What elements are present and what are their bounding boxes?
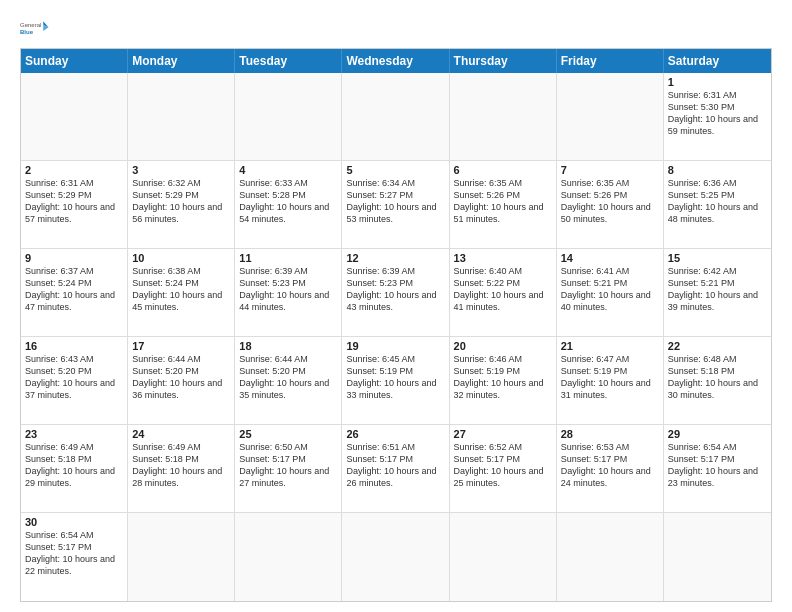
- header-cell-monday: Monday: [128, 49, 235, 73]
- header-cell-wednesday: Wednesday: [342, 49, 449, 73]
- day-info: Sunrise: 6:52 AMSunset: 5:17 PMDaylight:…: [454, 441, 552, 490]
- day-cell-20: 20Sunrise: 6:46 AMSunset: 5:19 PMDayligh…: [450, 337, 557, 424]
- empty-cell: [128, 513, 235, 601]
- empty-cell: [342, 513, 449, 601]
- day-cell-28: 28Sunrise: 6:53 AMSunset: 5:17 PMDayligh…: [557, 425, 664, 512]
- empty-cell: [557, 73, 664, 160]
- day-cell-23: 23Sunrise: 6:49 AMSunset: 5:18 PMDayligh…: [21, 425, 128, 512]
- day-number: 21: [561, 340, 659, 352]
- day-number: 10: [132, 252, 230, 264]
- day-cell-3: 3Sunrise: 6:32 AMSunset: 5:29 PMDaylight…: [128, 161, 235, 248]
- day-number: 1: [668, 76, 767, 88]
- header-cell-thursday: Thursday: [450, 49, 557, 73]
- day-number: 2: [25, 164, 123, 176]
- day-cell-26: 26Sunrise: 6:51 AMSunset: 5:17 PMDayligh…: [342, 425, 449, 512]
- day-cell-11: 11Sunrise: 6:39 AMSunset: 5:23 PMDayligh…: [235, 249, 342, 336]
- day-number: 14: [561, 252, 659, 264]
- day-number: 15: [668, 252, 767, 264]
- day-info: Sunrise: 6:37 AMSunset: 5:24 PMDaylight:…: [25, 265, 123, 314]
- day-number: 13: [454, 252, 552, 264]
- day-info: Sunrise: 6:42 AMSunset: 5:21 PMDaylight:…: [668, 265, 767, 314]
- calendar-page: GeneralBlue SundayMondayTuesdayWednesday…: [0, 0, 792, 612]
- empty-cell: [235, 73, 342, 160]
- day-cell-24: 24Sunrise: 6:49 AMSunset: 5:18 PMDayligh…: [128, 425, 235, 512]
- day-number: 9: [25, 252, 123, 264]
- header-cell-friday: Friday: [557, 49, 664, 73]
- day-cell-9: 9Sunrise: 6:37 AMSunset: 5:24 PMDaylight…: [21, 249, 128, 336]
- day-cell-15: 15Sunrise: 6:42 AMSunset: 5:21 PMDayligh…: [664, 249, 771, 336]
- day-info: Sunrise: 6:51 AMSunset: 5:17 PMDaylight:…: [346, 441, 444, 490]
- empty-cell: [235, 513, 342, 601]
- day-number: 29: [668, 428, 767, 440]
- day-cell-16: 16Sunrise: 6:43 AMSunset: 5:20 PMDayligh…: [21, 337, 128, 424]
- day-info: Sunrise: 6:54 AMSunset: 5:17 PMDaylight:…: [25, 529, 123, 578]
- week-row-1: 2Sunrise: 6:31 AMSunset: 5:29 PMDaylight…: [21, 161, 771, 249]
- day-cell-22: 22Sunrise: 6:48 AMSunset: 5:18 PMDayligh…: [664, 337, 771, 424]
- day-info: Sunrise: 6:44 AMSunset: 5:20 PMDaylight:…: [132, 353, 230, 402]
- day-cell-17: 17Sunrise: 6:44 AMSunset: 5:20 PMDayligh…: [128, 337, 235, 424]
- empty-cell: [664, 513, 771, 601]
- logo: GeneralBlue: [20, 16, 50, 40]
- day-info: Sunrise: 6:38 AMSunset: 5:24 PMDaylight:…: [132, 265, 230, 314]
- day-number: 7: [561, 164, 659, 176]
- day-info: Sunrise: 6:50 AMSunset: 5:17 PMDaylight:…: [239, 441, 337, 490]
- day-cell-21: 21Sunrise: 6:47 AMSunset: 5:19 PMDayligh…: [557, 337, 664, 424]
- week-row-5: 30Sunrise: 6:54 AMSunset: 5:17 PMDayligh…: [21, 513, 771, 601]
- day-number: 8: [668, 164, 767, 176]
- day-number: 6: [454, 164, 552, 176]
- day-info: Sunrise: 6:31 AMSunset: 5:29 PMDaylight:…: [25, 177, 123, 226]
- calendar: SundayMondayTuesdayWednesdayThursdayFrid…: [20, 48, 772, 602]
- day-info: Sunrise: 6:39 AMSunset: 5:23 PMDaylight:…: [346, 265, 444, 314]
- day-cell-8: 8Sunrise: 6:36 AMSunset: 5:25 PMDaylight…: [664, 161, 771, 248]
- header-cell-sunday: Sunday: [21, 49, 128, 73]
- day-number: 3: [132, 164, 230, 176]
- day-info: Sunrise: 6:53 AMSunset: 5:17 PMDaylight:…: [561, 441, 659, 490]
- empty-cell: [21, 73, 128, 160]
- empty-cell: [128, 73, 235, 160]
- day-number: 11: [239, 252, 337, 264]
- day-cell-14: 14Sunrise: 6:41 AMSunset: 5:21 PMDayligh…: [557, 249, 664, 336]
- week-row-2: 9Sunrise: 6:37 AMSunset: 5:24 PMDaylight…: [21, 249, 771, 337]
- day-info: Sunrise: 6:39 AMSunset: 5:23 PMDaylight:…: [239, 265, 337, 314]
- day-cell-4: 4Sunrise: 6:33 AMSunset: 5:28 PMDaylight…: [235, 161, 342, 248]
- week-row-3: 16Sunrise: 6:43 AMSunset: 5:20 PMDayligh…: [21, 337, 771, 425]
- logo-icon: GeneralBlue: [20, 16, 50, 40]
- day-number: 12: [346, 252, 444, 264]
- header: GeneralBlue: [20, 16, 772, 40]
- day-number: 20: [454, 340, 552, 352]
- day-info: Sunrise: 6:44 AMSunset: 5:20 PMDaylight:…: [239, 353, 337, 402]
- day-number: 24: [132, 428, 230, 440]
- day-number: 5: [346, 164, 444, 176]
- day-cell-19: 19Sunrise: 6:45 AMSunset: 5:19 PMDayligh…: [342, 337, 449, 424]
- day-cell-2: 2Sunrise: 6:31 AMSunset: 5:29 PMDaylight…: [21, 161, 128, 248]
- day-cell-5: 5Sunrise: 6:34 AMSunset: 5:27 PMDaylight…: [342, 161, 449, 248]
- day-info: Sunrise: 6:49 AMSunset: 5:18 PMDaylight:…: [25, 441, 123, 490]
- header-cell-saturday: Saturday: [664, 49, 771, 73]
- day-cell-10: 10Sunrise: 6:38 AMSunset: 5:24 PMDayligh…: [128, 249, 235, 336]
- day-cell-7: 7Sunrise: 6:35 AMSunset: 5:26 PMDaylight…: [557, 161, 664, 248]
- day-number: 22: [668, 340, 767, 352]
- day-info: Sunrise: 6:46 AMSunset: 5:19 PMDaylight:…: [454, 353, 552, 402]
- day-cell-1: 1Sunrise: 6:31 AMSunset: 5:30 PMDaylight…: [664, 73, 771, 160]
- day-info: Sunrise: 6:34 AMSunset: 5:27 PMDaylight:…: [346, 177, 444, 226]
- day-info: Sunrise: 6:49 AMSunset: 5:18 PMDaylight:…: [132, 441, 230, 490]
- day-cell-6: 6Sunrise: 6:35 AMSunset: 5:26 PMDaylight…: [450, 161, 557, 248]
- day-number: 18: [239, 340, 337, 352]
- empty-cell: [450, 73, 557, 160]
- day-cell-27: 27Sunrise: 6:52 AMSunset: 5:17 PMDayligh…: [450, 425, 557, 512]
- day-number: 23: [25, 428, 123, 440]
- day-cell-29: 29Sunrise: 6:54 AMSunset: 5:17 PMDayligh…: [664, 425, 771, 512]
- day-info: Sunrise: 6:47 AMSunset: 5:19 PMDaylight:…: [561, 353, 659, 402]
- day-number: 30: [25, 516, 123, 528]
- empty-cell: [557, 513, 664, 601]
- day-number: 4: [239, 164, 337, 176]
- day-info: Sunrise: 6:43 AMSunset: 5:20 PMDaylight:…: [25, 353, 123, 402]
- svg-text:Blue: Blue: [20, 29, 34, 35]
- day-number: 16: [25, 340, 123, 352]
- day-info: Sunrise: 6:36 AMSunset: 5:25 PMDaylight:…: [668, 177, 767, 226]
- day-info: Sunrise: 6:41 AMSunset: 5:21 PMDaylight:…: [561, 265, 659, 314]
- week-row-0: 1Sunrise: 6:31 AMSunset: 5:30 PMDaylight…: [21, 73, 771, 161]
- day-number: 17: [132, 340, 230, 352]
- day-cell-18: 18Sunrise: 6:44 AMSunset: 5:20 PMDayligh…: [235, 337, 342, 424]
- day-info: Sunrise: 6:32 AMSunset: 5:29 PMDaylight:…: [132, 177, 230, 226]
